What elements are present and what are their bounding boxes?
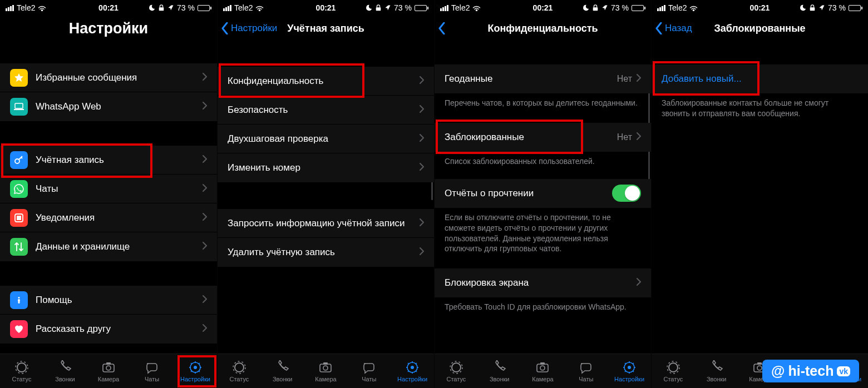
back-button[interactable]: Назад [655,22,692,34]
chevron-right-icon [203,324,207,335]
screen-account: Tele2 00:21 73 % Настройки Учётная запис… [217,0,434,388]
screen-settings: Tele2 00:21 73 % Настройки Избранные соо… [0,0,217,388]
screen-privacy: Tele2 00:21 73 % Конфиденциальность Геод… [434,0,651,388]
tab-camera[interactable]: Камера [87,354,130,388]
chevron-right-icon [637,132,641,143]
row-request-info[interactable]: Запросить информацию учётной записи [218,209,434,238]
nav-header: Назад Заблокированные [652,16,868,41]
row-help[interactable]: Помощь [0,286,217,315]
row-screen-lock[interactable]: Блокировка экрана [435,268,651,297]
chevron-right-icon [420,218,424,229]
tab-status[interactable]: Статус [652,354,695,388]
chevron-right-icon [637,73,641,84]
tab-camera[interactable]: Камера [304,354,348,388]
tab-status[interactable]: Статус [218,354,261,388]
tab-calls[interactable]: Звонки [261,354,304,388]
row-tell-friend[interactable]: Рассказать другу [0,315,217,344]
nav-header: Настройки [0,16,217,41]
row-live-location[interactable]: Геоданные Нет [435,64,651,93]
tab-chats[interactable]: Чаты [130,354,174,388]
tab-calls[interactable]: Звонки [43,354,87,388]
row-blocked[interactable]: Заблокированные Нет [435,123,651,152]
row-security[interactable]: Безопасность [218,96,434,125]
tab-calls[interactable]: Звонки [478,354,521,388]
row-chats[interactable]: Чаты [0,175,217,203]
row-add-new[interactable]: Добавить новый... [652,64,868,93]
status-bar: Tele2 00:21 73 % [0,0,217,16]
status-bar: Tele2 00:21 73 % [218,0,434,16]
page-title: Конфиденциальность [487,23,598,34]
back-button[interactable]: Настройки [221,22,277,34]
tab-bar: Статус Звонки Камера Чаты Настройки [435,354,651,388]
row-data-storage[interactable]: Данные и хранилище [0,232,217,261]
chevron-right-icon [203,155,207,166]
note-receipts: Если вы отключите отчёты о прочтении, то… [435,208,651,255]
key-icon [10,151,28,169]
page-title: Заблокированные [714,23,805,34]
tab-bar: Статус Звонки Камера Чаты Настройки [0,354,217,388]
tab-bar: Статус Звонки Камера Чаты Настройки [218,354,434,388]
tab-settings[interactable]: Настройки [391,354,434,388]
star-icon [10,69,28,87]
laptop-icon [10,98,28,116]
tab-status[interactable]: Статус [435,354,478,388]
chevron-right-icon [420,162,424,173]
row-starred[interactable]: Избранные сообщения [0,63,217,92]
chevron-right-icon [203,212,207,223]
read-receipts-switch[interactable] [612,185,641,202]
tab-settings[interactable]: Настройки [174,354,217,388]
watermark: @hi-techvk [762,360,859,382]
note-blocked-desc: Заблокированные контакты больше не смогу… [652,93,868,119]
chevron-right-icon [203,295,207,306]
row-account[interactable]: Учётная запись [0,146,217,175]
tab-calls[interactable]: Звонки [695,354,738,388]
chevron-right-icon [203,241,207,252]
chevron-right-icon [420,105,424,116]
tab-status[interactable]: Статус [0,354,43,388]
row-read-receipts[interactable]: Отчёты о прочтении [435,179,651,208]
note-lock: Требовать Touch ID для разблокировки Wha… [435,297,651,312]
tab-chats[interactable]: Чаты [347,354,391,388]
page-title: Учётная запись [287,23,364,34]
nav-header: Настройки Учётная запись [218,16,434,41]
notification-icon [10,209,28,227]
chevron-right-icon [637,277,641,288]
chevron-right-icon [420,133,424,145]
chevron-right-icon [420,247,424,258]
data-icon [10,238,28,256]
heart-icon [10,320,28,338]
status-bar: Tele2 00:21 73 % [652,0,868,16]
nav-header: Конфиденциальность [435,16,651,41]
clock: 00:21 [0,3,217,12]
row-two-step[interactable]: Двухшаговая проверка [218,125,434,153]
note-geo: Перечень чатов, в которых вы делитесь ге… [435,93,651,108]
row-value: Нет [617,74,632,84]
page-title: Настройки [69,20,148,37]
screen-blocked: Tele2 00:21 73 % Назад Заблокированные Д… [651,0,868,388]
row-value: Нет [617,132,632,142]
tab-camera[interactable]: Камера [521,354,565,388]
status-bar: Tele2 00:21 73 % [435,0,651,16]
row-whatsapp-web[interactable]: WhatsApp Web [0,92,217,121]
tab-settings[interactable]: Настройки [608,354,651,388]
whatsapp-icon [10,180,28,198]
row-change-number[interactable]: Изменить номер [218,153,434,182]
chevron-right-icon [203,183,207,195]
tab-chats[interactable]: Чаты [564,354,608,388]
note-blocked: Список заблокированных пользователей. [435,152,651,167]
chevron-right-icon [420,76,424,87]
row-notifications[interactable]: Уведомления [0,203,217,232]
back-button[interactable] [438,22,448,34]
row-delete-account[interactable]: Удалить учётную запись [218,238,434,267]
chevron-right-icon [203,72,207,83]
info-icon [10,291,28,309]
row-privacy[interactable]: Конфиденциальность [218,67,434,96]
battery-icon [198,5,211,11]
chevron-right-icon [203,101,207,112]
